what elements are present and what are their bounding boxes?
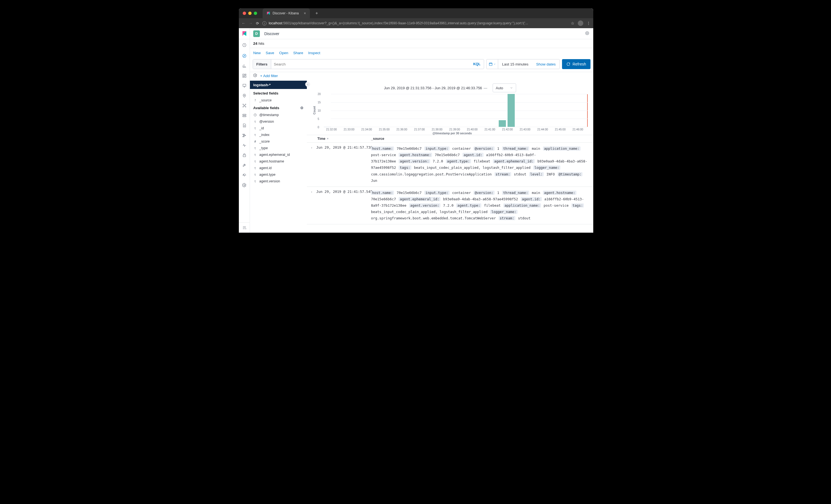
close-tab-button[interactable]: × <box>304 11 306 16</box>
filters-label[interactable]: Filters <box>253 59 271 69</box>
svg-point-10 <box>245 104 246 105</box>
field-item[interactable]: tagent.version <box>250 178 307 185</box>
kibana-logo[interactable] <box>239 28 250 39</box>
nav-ml-icon[interactable] <box>239 100 250 111</box>
field-key: application_name: <box>543 146 580 151</box>
field-item[interactable]: t_type <box>250 145 307 151</box>
nav-discover-icon[interactable] <box>239 51 250 61</box>
field-type-icon: t <box>253 180 257 183</box>
nav-logs-icon[interactable] <box>239 120 250 130</box>
calendar-button[interactable] <box>487 59 498 69</box>
url-field[interactable]: i localhost:5601/app/kibana#/discover?_g… <box>262 21 568 25</box>
refresh-button[interactable]: Refresh <box>562 59 591 69</box>
bookmark-button[interactable]: ☆ <box>571 21 574 25</box>
svg-point-11 <box>243 107 243 107</box>
hits-label: hits <box>258 41 264 46</box>
field-key: agent.type: <box>456 203 481 208</box>
histogram-bar[interactable] <box>499 120 506 127</box>
show-dates-link[interactable]: Show dates <box>532 62 560 66</box>
nav-infra-icon[interactable] <box>239 111 250 120</box>
hits-count: 24 <box>253 41 257 46</box>
browser-menu-button[interactable]: ⋮ <box>586 21 591 25</box>
nav-maps-icon[interactable] <box>239 91 250 100</box>
expand-row-button[interactable]: › <box>311 190 316 194</box>
date-range-text[interactable]: Last 15 minutes <box>498 62 532 66</box>
index-pattern-selector[interactable]: logstash-* <box>250 81 307 89</box>
field-key: thread_name: <box>502 146 529 151</box>
nav-devtools-icon[interactable] <box>239 160 250 170</box>
menu-save[interactable]: Save <box>266 51 274 55</box>
svg-rect-17 <box>243 136 244 137</box>
reload-button[interactable]: ⟳ <box>256 21 259 25</box>
add-filter-row: + Add filter <box>250 72 593 81</box>
row-time: Jun 29, 2019 @ 21:41:57.545 <box>316 189 371 194</box>
filter-settings-icon[interactable] <box>253 73 257 79</box>
field-type-icon: t <box>253 160 257 163</box>
kql-toggle[interactable]: KQL <box>470 62 484 66</box>
field-item[interactable]: @timestamp <box>250 112 307 118</box>
field-key: logger_name: <box>490 210 517 214</box>
profile-avatar[interactable] <box>578 21 583 26</box>
menu-share[interactable]: Share <box>293 51 303 55</box>
field-item[interactable]: tagent.ephemeral_id <box>250 151 307 158</box>
field-key: agent.version: <box>409 203 440 208</box>
gear-icon[interactable]: ⚙ <box>300 106 304 110</box>
field-value: post-service <box>371 153 396 157</box>
field-item[interactable]: t_index <box>250 131 307 138</box>
field-item[interactable]: tagent.id <box>250 165 307 171</box>
field-key: agent.ephemeral_id: <box>493 159 535 163</box>
field-key: logger_name: <box>533 166 561 170</box>
selected-fields-header: Selected fields <box>250 89 307 97</box>
field-item[interactable]: tagent.type <box>250 171 307 178</box>
site-info-icon[interactable]: i <box>262 21 266 25</box>
col-source[interactable]: _source <box>371 137 384 141</box>
field-type-icon: t <box>253 167 257 170</box>
field-item[interactable]: t@version <box>250 118 307 125</box>
svg-point-12 <box>245 107 246 107</box>
y-axis-label: Count <box>313 106 316 114</box>
svg-rect-16 <box>243 135 246 136</box>
new-tab-button[interactable]: + <box>315 11 318 16</box>
search-input[interactable] <box>271 62 470 66</box>
interval-select[interactable]: Auto <box>493 84 516 92</box>
field-key: agent.hostname: <box>399 153 432 157</box>
field-item[interactable]: tagent.hostname <box>250 158 307 165</box>
menu-new[interactable]: New <box>253 51 261 55</box>
histogram-bar[interactable] <box>508 94 515 127</box>
field-key: agent.hostname: <box>543 191 576 195</box>
nav-dashboard-icon[interactable] <box>239 71 250 81</box>
field-item[interactable]: t_id <box>250 125 307 131</box>
close-window-button[interactable] <box>243 11 246 15</box>
maximize-window-button[interactable] <box>254 11 257 15</box>
browser-tab[interactable]: Discover - Kibana × <box>263 8 310 18</box>
nav-visualize-icon[interactable] <box>239 61 250 71</box>
menu-inspect[interactable]: Inspect <box>308 51 320 55</box>
back-button[interactable]: ← <box>241 21 246 25</box>
field-type-icon: t <box>253 134 257 137</box>
nav-collapse-icon[interactable] <box>239 223 250 233</box>
field-value: 1 <box>497 146 499 151</box>
field-item[interactable]: #_score <box>250 138 307 145</box>
space-badge[interactable]: D <box>253 30 260 37</box>
svg-point-19 <box>244 185 245 186</box>
histogram-chart[interactable]: Count 21:32:0021:33:0021:34:0021:35:0021… <box>317 93 588 135</box>
topbar: D Discover <box>250 28 593 39</box>
svg-rect-13 <box>243 114 246 115</box>
field-item[interactable]: ?_source <box>250 97 307 103</box>
col-time[interactable]: Time▼ <box>317 137 371 141</box>
add-filter-link[interactable]: + Add filter <box>260 74 278 78</box>
fullscreen-button[interactable] <box>585 31 590 36</box>
minimize-window-button[interactable] <box>248 11 252 15</box>
field-key: agent.type: <box>446 159 471 163</box>
nav-siem-icon[interactable] <box>239 150 250 160</box>
nav-monitoring-icon[interactable] <box>239 170 250 180</box>
nav-uptime-icon[interactable] <box>239 140 250 150</box>
menu-open[interactable]: Open <box>279 51 288 55</box>
collapse-sidebar-button[interactable]: ‹ <box>305 82 310 87</box>
nav-apm-icon[interactable] <box>239 130 250 140</box>
nav-recent-icon[interactable] <box>239 40 250 50</box>
nav-management-icon[interactable] <box>239 180 250 190</box>
forward-button[interactable]: → <box>249 21 253 25</box>
nav-canvas-icon[interactable] <box>239 81 250 91</box>
expand-row-button[interactable]: › <box>311 146 316 149</box>
